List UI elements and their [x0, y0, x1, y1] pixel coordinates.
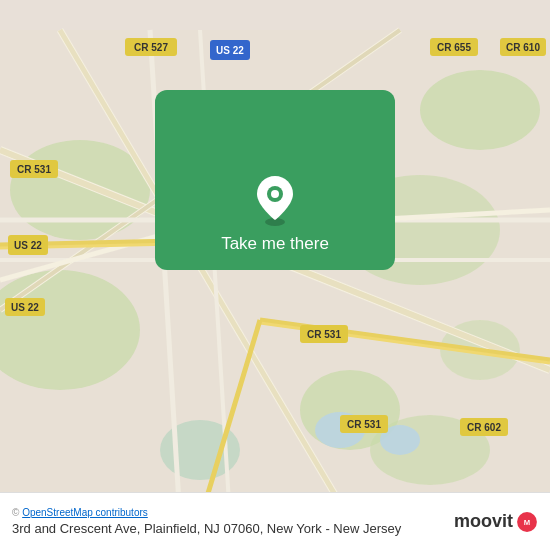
svg-text:CR 602: CR 602 — [467, 422, 501, 433]
osm-link[interactable]: OpenStreetMap contributors — [22, 507, 148, 518]
address-section: © OpenStreetMap contributors 3rd and Cre… — [12, 507, 444, 536]
copyright-symbol: © — [12, 507, 19, 518]
svg-text:CR 527: CR 527 — [134, 42, 168, 53]
moovit-text: moovit — [454, 511, 513, 532]
moovit-logo-icon: M — [516, 511, 538, 533]
svg-text:US 22: US 22 — [11, 302, 39, 313]
svg-text:CR 655: CR 655 — [437, 42, 471, 53]
info-bar: © OpenStreetMap contributors 3rd and Cre… — [0, 492, 550, 550]
svg-text:CR 531: CR 531 — [347, 419, 381, 430]
svg-text:US 22: US 22 — [14, 240, 42, 251]
location-pin-icon — [253, 174, 297, 226]
map-container: CR 527 US 22 US 22 CR 531 CR 531 CR 602 … — [0, 0, 550, 550]
moovit-logo: moovit M — [454, 511, 538, 533]
address-text: 3rd and Crescent Ave, Plainfield, NJ 070… — [12, 521, 444, 536]
svg-text:M: M — [524, 518, 530, 527]
location-panel: Take me there — [155, 90, 395, 270]
svg-text:CR 531: CR 531 — [307, 329, 341, 340]
take-me-there-button[interactable]: Take me there — [221, 234, 329, 254]
svg-text:US 22: US 22 — [216, 45, 244, 56]
svg-text:CR 531: CR 531 — [17, 164, 51, 175]
copyright-text: © OpenStreetMap contributors — [12, 507, 444, 518]
svg-point-3 — [420, 70, 540, 150]
svg-point-51 — [271, 190, 279, 198]
map-background: CR 527 US 22 US 22 CR 531 CR 531 CR 602 … — [0, 0, 550, 550]
svg-text:CR 610: CR 610 — [506, 42, 540, 53]
svg-point-1 — [10, 140, 150, 240]
